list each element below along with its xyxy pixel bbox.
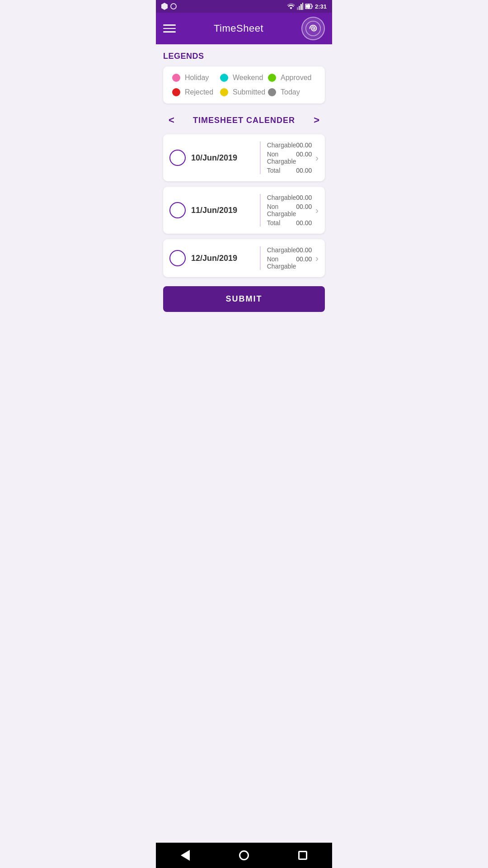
today-label: Today <box>281 88 300 96</box>
total-label-2: Total <box>267 219 281 226</box>
nonchargable-label-1: Non Chargable <box>267 151 296 165</box>
entry-details-2: Chargable 00.00 Non Chargable 00.00 Tota… <box>267 194 312 226</box>
calendar-header: < TIMESHEET CALENDER > <box>163 113 325 128</box>
home-button[interactable] <box>237 848 251 863</box>
svg-rect-6 <box>305 5 310 8</box>
entry-row-chargable-1: Chargable 00.00 <box>267 142 312 149</box>
entry-row-total-2: Total 00.00 <box>267 219 312 226</box>
total-value-2: 00.00 <box>296 219 312 226</box>
legend-rejected: Rejected <box>172 88 220 96</box>
entry-row-nonchargable-1: Non Chargable 00.00 <box>267 151 312 165</box>
submitted-dot <box>220 88 228 96</box>
rejected-dot <box>172 88 180 96</box>
nonchargable-label-3: Non Chargable <box>267 255 296 270</box>
svg-rect-5 <box>312 5 313 7</box>
legend-approved: Approved <box>268 74 316 82</box>
chargable-value-3: 00.00 <box>296 246 312 254</box>
total-value-1: 00.00 <box>296 167 312 174</box>
chargable-value-2: 00.00 <box>296 194 312 201</box>
submit-button[interactable]: SUBMIT <box>163 286 325 312</box>
entry-row-nonchargable-2: Non Chargable 00.00 <box>267 203 312 217</box>
entry-divider-1 <box>260 142 261 174</box>
entry-card-1[interactable]: 10/Jun/2019 Chargable 00.00 Non Chargabl… <box>163 134 325 181</box>
hamburger-line-3 <box>163 31 176 33</box>
shield-icon <box>161 3 168 10</box>
weekend-dot <box>220 74 228 82</box>
app-title: TimeSheet <box>214 23 263 34</box>
today-dot <box>268 88 276 96</box>
legends-title: LEGENDS <box>163 52 325 61</box>
entry-date-1: 10/Jun/2019 <box>191 153 254 163</box>
legends-card: Holiday Weekend Approved Rejected Submit… <box>163 66 325 104</box>
submitted-label: Submitted <box>233 88 265 96</box>
chargable-value-1: 00.00 <box>296 142 312 149</box>
signal-icon <box>297 3 303 10</box>
recents-button[interactable] <box>296 848 310 863</box>
calendar-title: TIMESHEET CALENDER <box>193 116 295 125</box>
entry-card-3[interactable]: 12/Jun/2019 Chargable 00.00 Non Chargabl… <box>163 239 325 277</box>
entry-date-2: 11/Jun/2019 <box>191 206 254 215</box>
rejected-label: Rejected <box>185 88 213 96</box>
avatar-spiral-icon <box>305 20 321 37</box>
entry-row-total-1: Total 00.00 <box>267 167 312 174</box>
entry-radio-1[interactable] <box>169 150 186 166</box>
approved-dot <box>268 74 276 82</box>
prev-month-button[interactable]: < <box>165 113 178 128</box>
nonchargable-value-2: 00.00 <box>296 203 312 217</box>
hamburger-menu[interactable] <box>163 24 176 33</box>
status-bar-right: 2:31 <box>287 3 327 10</box>
entry-row-chargable-3: Chargable 00.00 <box>267 246 312 254</box>
back-icon <box>181 850 190 861</box>
chargable-label-1: Chargable <box>267 142 296 149</box>
chargable-label-2: Chargable <box>267 194 296 201</box>
hamburger-line-2 <box>163 28 176 29</box>
svg-rect-0 <box>297 7 298 10</box>
entry-divider-3 <box>260 246 261 270</box>
legend-today: Today <box>268 88 316 96</box>
status-bar-left <box>161 3 177 10</box>
entry-details-1: Chargable 00.00 Non Chargable 00.00 Tota… <box>267 142 312 174</box>
legends-row-2: Rejected Submitted Today <box>172 88 316 96</box>
svg-rect-2 <box>300 4 302 10</box>
app-header: TimeSheet <box>156 13 332 44</box>
battery-icon <box>305 3 313 9</box>
back-button[interactable] <box>178 848 192 863</box>
nonchargable-label-2: Non Chargable <box>267 203 296 217</box>
entry-row-nonchargable-3: Non Chargable 00.00 <box>267 255 312 270</box>
time-display: 2:31 <box>315 3 327 10</box>
entry-chevron-3: › <box>315 253 319 264</box>
approved-label: Approved <box>281 74 312 82</box>
legend-holiday: Holiday <box>172 74 220 82</box>
chargable-label-3: Chargable <box>267 246 296 254</box>
nonchargable-value-1: 00.00 <box>296 151 312 165</box>
recents-icon <box>298 851 307 860</box>
entry-card-2[interactable]: 11/Jun/2019 Chargable 00.00 Non Chargabl… <box>163 187 325 234</box>
status-bar: 2:31 <box>156 0 332 13</box>
holiday-label: Holiday <box>185 74 209 82</box>
entry-row-chargable-2: Chargable 00.00 <box>267 194 312 201</box>
entry-date-3: 12/Jun/2019 <box>191 254 254 263</box>
main-content: LEGENDS Holiday Weekend Approved Rejecte… <box>156 44 332 843</box>
entry-chevron-1: › <box>315 153 319 163</box>
user-avatar[interactable] <box>301 17 325 40</box>
total-label-1: Total <box>267 167 281 174</box>
entry-radio-3[interactable] <box>169 250 186 266</box>
holiday-dot <box>172 74 180 82</box>
entry-divider-2 <box>260 194 261 226</box>
hamburger-line-1 <box>163 24 176 26</box>
home-icon <box>239 850 249 860</box>
svg-rect-1 <box>299 6 300 10</box>
weekend-label: Weekend <box>233 74 263 82</box>
entry-details-3: Chargable 00.00 Non Chargable 00.00 <box>267 246 312 270</box>
legends-row-1: Holiday Weekend Approved <box>172 74 316 82</box>
legend-submitted: Submitted <box>220 88 268 96</box>
nonchargable-value-3: 00.00 <box>296 255 312 270</box>
svg-rect-3 <box>302 3 303 10</box>
entry-chevron-2: › <box>315 205 319 216</box>
camera-icon <box>170 3 177 9</box>
wifi-icon <box>287 3 295 9</box>
bottom-nav <box>156 843 332 868</box>
legend-weekend: Weekend <box>220 74 268 82</box>
next-month-button[interactable]: > <box>310 113 323 128</box>
entry-radio-2[interactable] <box>169 202 186 218</box>
